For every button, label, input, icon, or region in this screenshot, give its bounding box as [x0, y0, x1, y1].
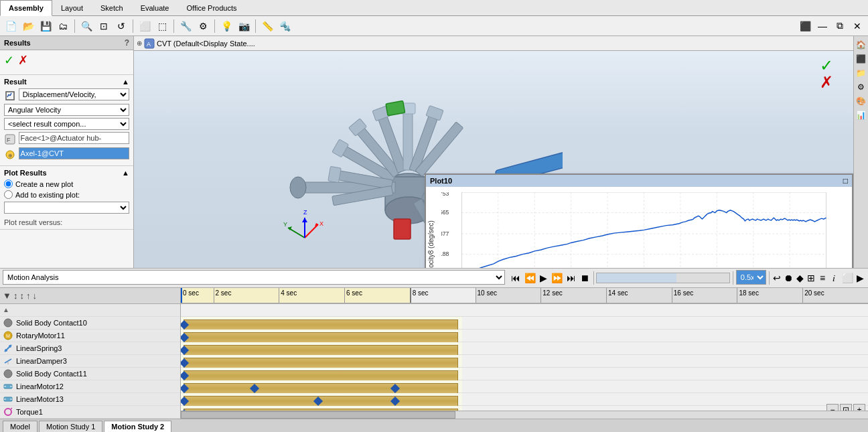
play-last-btn[interactable]: ⏭	[565, 271, 577, 285]
track-bar-3[interactable]	[184, 358, 458, 368]
radio-existing-plot[interactable]: Add to existing plot:	[4, 190, 129, 199]
tab-motion-study-2[interactable]: Motion Study 2	[104, 421, 171, 432]
panel-help-btn[interactable]: ?	[125, 38, 129, 48]
svg-text:565: 565	[441, 209, 449, 216]
ruler-mark-18: 18 sec	[737, 288, 802, 303]
filter-btn[interactable]: ▼	[3, 291, 11, 301]
timeline-settings-btn[interactable]: ▶	[855, 270, 865, 286]
view-btn[interactable]: ⬜	[137, 18, 153, 34]
sort2-btn[interactable]: ↕	[19, 291, 24, 301]
track-bar-4[interactable]	[184, 370, 458, 381]
existing-plot-select[interactable]	[4, 202, 129, 214]
timeline-item-2[interactable]: LinearSpring3	[0, 342, 180, 355]
confirm-ok-btn[interactable]: ✓	[4, 53, 14, 68]
speed-select[interactable]: 0.5x	[736, 270, 766, 285]
3d-viewport[interactable]: ⊕ A CVT (Default<Display State....	[134, 36, 853, 268]
play-first-btn[interactable]: ⏮	[510, 271, 522, 285]
right-layers-icon[interactable]: ⬛	[855, 53, 867, 65]
tab-assembly[interactable]: Assembly	[0, 0, 52, 16]
timeline-scrollbar[interactable]	[181, 411, 868, 419]
right-chart-icon[interactable]: 📊	[855, 109, 867, 121]
tab-evaluate[interactable]: Evaluate	[132, 0, 178, 16]
tab-sketch[interactable]: Sketch	[92, 0, 132, 16]
zoom-in-btn[interactable]: 🔍	[78, 18, 94, 34]
tab-layout[interactable]: Layout	[52, 0, 92, 16]
playhead[interactable]	[181, 288, 182, 303]
properties-btn[interactable]: 𝑖	[828, 270, 839, 286]
down-btn[interactable]: ↓	[32, 291, 37, 301]
timeline-item-1[interactable]: M RotaryMotor11	[0, 330, 180, 342]
align-btn[interactable]: ≡	[818, 270, 828, 286]
viewport-confirm[interactable]: ✓	[820, 56, 833, 75]
materials-btn[interactable]: 🔧	[177, 18, 194, 34]
tab-model[interactable]: Model	[3, 421, 38, 432]
measure-btn[interactable]: 📏	[259, 18, 275, 34]
timeline-tracks: 0 sec 2 sec 4 sec 6 sec 8 sec 10 sec 12 …	[181, 288, 868, 419]
sort-btn[interactable]: ↕	[13, 291, 18, 301]
track-bar-1[interactable]	[184, 332, 458, 343]
result-type2-select[interactable]: Angular Velocity	[4, 104, 129, 116]
motion-mode-select[interactable]: Motion Analysis	[3, 270, 505, 285]
viewport-cancel[interactable]: ✗	[820, 73, 833, 92]
scroll-up-icon[interactable]: ▲	[3, 306, 9, 313]
snap-btn[interactable]: ⊞	[806, 270, 816, 286]
right-palette-icon[interactable]: 🎨	[855, 95, 867, 107]
save-all-btn[interactable]: 🗂	[55, 18, 71, 34]
tree-expand-btn[interactable]: ⊕	[137, 40, 142, 47]
play-fast-btn[interactable]: ⏩	[550, 271, 564, 285]
scrollbar-thumb[interactable]	[181, 411, 455, 419]
result-component-select[interactable]: <select result compon...	[4, 118, 129, 130]
view2-btn[interactable]: ⬚	[154, 18, 170, 34]
tab-motion-study-1[interactable]: Motion Study 1	[39, 421, 102, 432]
track-bar-0[interactable]	[184, 319, 458, 330]
settings-btn[interactable]: 🔩	[277, 18, 293, 34]
confirm-cancel-btn[interactable]: ✗	[18, 53, 28, 68]
timeline-scrubber[interactable]	[596, 273, 730, 283]
zoom-fit-btn[interactable]: ⊡	[96, 18, 112, 34]
expand-timeline-btn[interactable]: ⬜	[841, 270, 854, 286]
new-btn[interactable]: 📄	[3, 18, 19, 34]
open-btn[interactable]: 📂	[20, 18, 36, 34]
sep-speed	[733, 271, 733, 285]
play-stop-btn[interactable]: ⏹	[579, 271, 591, 285]
right-folder-icon[interactable]: 📁	[855, 67, 867, 79]
camera-btn[interactable]: 📷	[236, 18, 252, 34]
keyframe-btn[interactable]: ◆	[795, 270, 805, 286]
timeline-item-4[interactable]: Solid Body Contact11	[0, 368, 180, 380]
timeline-item-5[interactable]: LinearMotor12	[0, 380, 180, 393]
timeline-item-0[interactable]: Solid Body Contact10	[0, 317, 180, 330]
track-bar-2[interactable]	[184, 345, 458, 356]
confirm-buttons: ✓ ✗	[4, 53, 129, 68]
play-back-btn[interactable]: ⏪	[523, 271, 537, 285]
maximize-btn[interactable]: ⬛	[797, 18, 813, 34]
light-btn[interactable]: 💡	[218, 18, 234, 34]
ruler-mark-12: 12 sec	[540, 288, 606, 303]
rotate-btn[interactable]: ↺	[113, 18, 129, 34]
minimize-btn[interactable]: —	[814, 18, 830, 34]
right-home-icon[interactable]: 🏠	[855, 39, 867, 51]
timeline-item-6[interactable]: LinearMotor13	[0, 393, 180, 406]
save-btn[interactable]: 💾	[38, 18, 54, 34]
timeline-item-7[interactable]: Torque1	[0, 406, 180, 419]
tab-office-products[interactable]: Office Products	[177, 0, 245, 16]
play-fwd-btn[interactable]: ▶	[538, 271, 549, 285]
svg-point-77	[5, 349, 7, 352]
timeline-filter-row: ▼ ↕ ↕ ↑ ↓	[0, 288, 180, 304]
up-btn[interactable]: ↑	[26, 291, 31, 301]
record-btn[interactable]: ⏺	[783, 270, 794, 286]
results-panel: Results ? ✓ ✗ Result ▲	[0, 36, 134, 268]
restore-btn[interactable]: ⧉	[832, 18, 848, 34]
result-type-select[interactable]: Displacement/Velocity,	[19, 88, 129, 100]
options-btn[interactable]: ⚙	[195, 18, 211, 34]
timeline-item-3[interactable]: LinearDamper3	[0, 355, 180, 368]
track-bar-5[interactable]	[184, 383, 458, 394]
plot-close-btn[interactable]: □	[843, 176, 848, 186]
collapse-icon[interactable]: ▲	[122, 78, 129, 86]
right-gear-icon[interactable]: ⚙	[855, 81, 867, 93]
svg-text:753: 753	[441, 192, 449, 197]
close-app-btn[interactable]: ✕	[849, 18, 865, 34]
radio-new-plot[interactable]: Create a new plot	[4, 179, 129, 188]
svg-text:188: 188	[441, 250, 449, 257]
loop-btn[interactable]: ↩	[772, 270, 782, 286]
plot-collapse-icon[interactable]: ▲	[122, 169, 129, 177]
